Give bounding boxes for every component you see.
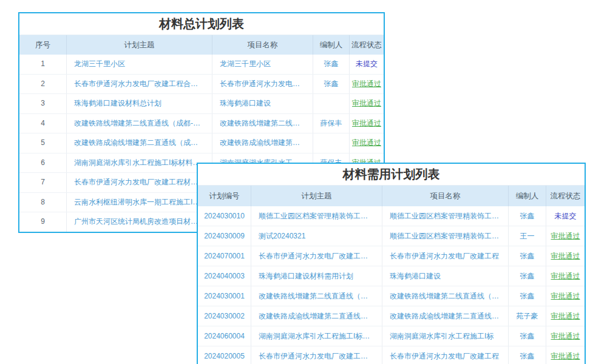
row-number-cell: 1 [19, 55, 67, 74]
creator-cell: 张鑫 [509, 346, 546, 364]
project-name-link[interactable]: 顺德工业园区档案管理精装饰工程（... [382, 206, 509, 226]
column-header-plan-code: 计划编号 [198, 186, 251, 206]
creator-cell: 张鑫 [313, 75, 350, 94]
project-name-link[interactable]: 长春市伊通河水力发电厂改建工程 [382, 346, 509, 364]
project-name-link[interactable]: 珠海鹤港口建设 [212, 94, 313, 113]
status-badge[interactable]: 审批通过 [546, 246, 585, 266]
plan-code-link[interactable]: 2024020005 [198, 346, 251, 364]
project-name-link[interactable]: 长春市伊通河水力发电厂改建工程 [382, 246, 509, 266]
status-badge[interactable]: 审批通过 [546, 326, 585, 346]
plan-code-link[interactable]: 2024030002 [198, 306, 251, 326]
plan-subject-link[interactable]: 珠海鹤港口建设材料需用计划 [251, 266, 382, 286]
project-name-link[interactable]: 长春市伊通河水力发电厂改建工程 [212, 75, 313, 94]
creator-cell [313, 94, 350, 113]
column-header-serial-no: 序号 [19, 35, 67, 55]
required-plan-table-title: 材料需用计划列表 [198, 164, 585, 185]
table-row: 2024030010顺德工业园区档案管理精装饰工程（...顺德工业园区档案管理精… [198, 206, 585, 226]
table-row: 2024040003珠海鹤港口建设材料需用计划珠海鹤港口建设张鑫审批通过 [198, 266, 585, 286]
creator-cell: 张鑫 [509, 266, 546, 286]
table-row: 2长春市伊通河水力发电厂改建工程合同材料...长春市伊通河水力发电厂改建工程张鑫… [19, 74, 384, 94]
plan-subject-link[interactable]: 云南水利枢纽潜明水库一期工程施工I标材料... [67, 193, 212, 212]
table-row: 2024020005长春市伊通河水力发电厂改建工程材...长春市伊通河水力发电厂… [198, 346, 585, 364]
column-header-workflow-status: 流程状态 [546, 186, 585, 206]
creator-cell [313, 133, 350, 153]
plan-subject-link[interactable]: 广州市天河区统计局机房改造项目材料总计划 [67, 212, 212, 232]
plan-subject-link[interactable]: 改建铁路线增建第二线直通线（成都... [251, 286, 382, 306]
table-header-row: 序号 计划主题 项目名称 编制人 流程状态 [19, 35, 384, 55]
table-header-row: 计划编号 计划主题 项目名称 编制人 流程状态 [198, 185, 585, 206]
table-row: 1龙湖三千里小区龙湖三千里小区张鑫未提交 [19, 55, 384, 74]
status-badge[interactable]: 审批通过 [546, 346, 585, 364]
creator-cell: 张鑫 [509, 326, 546, 346]
creator-cell: 张鑫 [509, 206, 546, 226]
table-row: 5改建铁路成渝线增建第二直通线（成渝枢纽...改建铁路成渝线增建第二直通线...… [19, 133, 384, 153]
table-row: 2024030009测试20240321顺德工业园区档案管理精装饰工程（...王… [198, 226, 585, 246]
project-name-link[interactable]: 改建铁路成渝线增建第二直通线... [212, 133, 313, 153]
project-name-link[interactable]: 龙湖三千里小区 [212, 55, 313, 74]
creator-cell: 苑子豪 [509, 306, 546, 326]
total-plan-table-title: 材料总计划列表 [19, 13, 384, 35]
plan-code-link[interactable]: 2024040003 [198, 266, 251, 286]
status-badge[interactable]: 审批通过 [350, 75, 384, 94]
creator-cell: 张鑫 [313, 55, 350, 74]
table-row: 2024070001长春市伊通河水力发电厂改建工程合...长春市伊通河水力发电厂… [198, 246, 585, 266]
project-name-link[interactable]: 顺德工业园区档案管理精装饰工程（... [382, 226, 509, 246]
creator-cell: 张鑫 [509, 246, 546, 266]
plan-subject-link[interactable]: 长春市伊通河水力发电厂改建工程材... [251, 346, 382, 364]
row-number-cell: 6 [19, 153, 67, 173]
column-header-workflow-status: 流程状态 [350, 35, 384, 55]
row-number-cell: 3 [19, 94, 67, 113]
status-badge: 未提交 [546, 206, 585, 226]
creator-cell: 王一 [509, 226, 546, 246]
row-number-cell: 4 [19, 114, 67, 133]
row-number-cell: 8 [19, 193, 67, 212]
table-row: 2024030001改建铁路线增建第二线直通线（成都...改建铁路线增建第二线直… [198, 286, 585, 306]
row-number-cell: 7 [19, 173, 67, 192]
column-header-creator: 编制人 [509, 186, 546, 206]
material-required-plan-table: 材料需用计划列表 计划编号 计划主题 项目名称 编制人 流程状态 2024030… [197, 163, 586, 364]
plan-subject-link[interactable]: 改建铁路成渝线增建第二直通线（成... [251, 306, 382, 326]
plan-code-link[interactable]: 2024030010 [198, 206, 251, 226]
project-name-link[interactable]: 改建铁路成渝线增建第二直通线（成... [382, 306, 509, 326]
table-row: 2024060004湖南洞庭湖水库引水工程施工I标材...湖南洞庭湖水库引水工程… [198, 326, 585, 346]
required-plan-table-body: 2024030010顺德工业园区档案管理精装饰工程（...顺德工业园区档案管理精… [198, 206, 585, 364]
creator-cell: 张鑫 [509, 286, 546, 306]
table-row: 2024030002改建铁路成渝线增建第二直通线（成...改建铁路成渝线增建第二… [198, 306, 585, 326]
status-badge: 未提交 [350, 55, 384, 74]
column-header-plan-subject: 计划主题 [67, 35, 212, 55]
status-badge[interactable]: 审批通过 [546, 306, 585, 326]
plan-subject-link[interactable]: 长春市伊通河水力发电厂改建工程合... [251, 246, 382, 266]
plan-subject-link[interactable]: 珠海鹤港口建设材料总计划 [67, 94, 212, 113]
status-badge[interactable]: 审批通过 [546, 286, 585, 306]
plan-code-link[interactable]: 2024030001 [198, 286, 251, 306]
status-badge[interactable]: 审批通过 [350, 133, 384, 153]
row-number-cell: 5 [19, 133, 67, 153]
table-row: 3珠海鹤港口建设材料总计划珠海鹤港口建设审批通过 [19, 93, 384, 113]
project-name-link[interactable]: 改建铁路线增建第二线直通线（... [212, 114, 313, 133]
plan-subject-link[interactable]: 龙湖三千里小区 [67, 55, 212, 74]
column-header-project-name: 项目名称 [382, 186, 509, 206]
column-header-project-name: 项目名称 [212, 35, 313, 55]
plan-subject-link[interactable]: 测试20240321 [251, 226, 382, 246]
plan-subject-link[interactable]: 顺德工业园区档案管理精装饰工程（... [251, 206, 382, 226]
project-name-link[interactable]: 珠海鹤港口建设 [382, 266, 509, 286]
plan-subject-link[interactable]: 改建铁路成渝线增建第二直通线（成渝枢纽... [67, 133, 212, 153]
plan-subject-link[interactable]: 湖南洞庭湖水库引水工程施工I标材... [251, 326, 382, 346]
plan-code-link[interactable]: 2024030009 [198, 226, 251, 246]
plan-subject-link[interactable]: 湖南洞庭湖水库引水工程施工I标材料总计划 [67, 153, 212, 173]
status-badge[interactable]: 审批通过 [546, 226, 585, 246]
creator-cell: 薛保丰 [313, 114, 350, 133]
status-badge[interactable]: 审批通过 [350, 114, 384, 133]
plan-subject-link[interactable]: 长春市伊通河水力发电厂改建工程材料总计划 [67, 173, 212, 192]
column-header-creator: 编制人 [313, 35, 350, 55]
row-number-cell: 9 [19, 212, 67, 232]
plan-code-link[interactable]: 2024060004 [198, 326, 251, 346]
plan-code-link[interactable]: 2024070001 [198, 246, 251, 266]
plan-subject-link[interactable]: 改建铁路线增建第二线直通线（成都-西安）... [67, 114, 212, 133]
table-row: 4改建铁路线增建第二线直通线（成都-西安）...改建铁路线增建第二线直通线（..… [19, 113, 384, 133]
plan-subject-link[interactable]: 长春市伊通河水力发电厂改建工程合同材料... [67, 75, 212, 94]
status-badge[interactable]: 审批通过 [546, 266, 585, 286]
status-badge[interactable]: 审批通过 [350, 94, 384, 113]
project-name-link[interactable]: 湖南洞庭湖水库引水工程施工I标 [382, 326, 509, 346]
project-name-link[interactable]: 改建铁路线增建第二线直通线（成都... [382, 286, 509, 306]
